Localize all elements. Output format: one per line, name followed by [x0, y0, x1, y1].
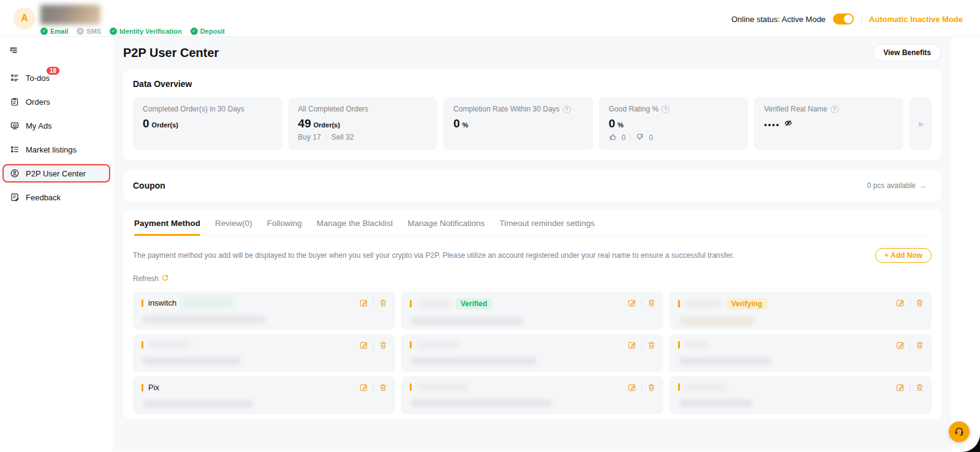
thumbs-down-icon: [636, 133, 644, 143]
coupon-available-link[interactable]: 0 pcs available →: [867, 181, 927, 190]
edit-icon[interactable]: [895, 341, 905, 350]
delete-icon[interactable]: [915, 341, 924, 350]
badge-email: ✓ Email: [40, 28, 68, 35]
add-now-label: Add Now: [891, 251, 922, 260]
divider: [910, 299, 910, 307]
stat-completed-30d-unit: Order(s): [152, 121, 178, 129]
automatic-inactive-mode-link[interactable]: Automatic Inactive Mode: [869, 15, 963, 24]
orders-icon: [10, 97, 20, 107]
stats-expand-button[interactable]: »: [910, 97, 932, 150]
headset-icon: [954, 426, 965, 439]
edit-icon[interactable]: [359, 298, 368, 307]
divider: [641, 384, 642, 391]
sidebar-item-market-listings-label: Market listings: [26, 145, 77, 154]
delete-icon[interactable]: [647, 298, 656, 307]
sidebar-collapse-icon[interactable]: [9, 45, 113, 58]
market-listings-icon: [10, 145, 20, 154]
support-chat-button[interactable]: [949, 421, 970, 442]
payment-method-card: Pix: [133, 376, 395, 414]
eye-off-icon[interactable]: [784, 117, 793, 130]
p2p-user-center-icon: [10, 168, 20, 178]
view-benefits-button[interactable]: View Benefits: [873, 44, 941, 61]
delete-icon[interactable]: [379, 298, 388, 307]
delete-icon[interactable]: [379, 341, 388, 350]
plus-icon: +: [884, 251, 889, 260]
refresh-link[interactable]: Refresh: [133, 274, 169, 284]
badge-deposit-label: Deposit: [200, 28, 225, 35]
svg-text:AD: AD: [12, 124, 17, 127]
stat-good-rating: Good Rating % ? 0 % 0 0: [599, 97, 748, 150]
online-status-toggle[interactable]: [833, 13, 854, 24]
verified-badge: Verified: [456, 298, 492, 309]
delete-icon[interactable]: [915, 383, 924, 392]
divider: [326, 134, 326, 141]
delete-icon[interactable]: [915, 298, 924, 307]
my-ads-icon: AD: [10, 121, 20, 130]
edit-icon[interactable]: [627, 383, 636, 392]
sidebar-item-p2p-user-center[interactable]: P2P User Center: [2, 164, 110, 183]
tab-payment-method[interactable]: Payment Method: [134, 219, 200, 235]
redacted-method-name: [685, 383, 726, 391]
delete-icon[interactable]: [647, 383, 656, 392]
tab-timeout-reminder[interactable]: Timeout reminder settings: [499, 219, 595, 235]
coupon-title: Coupon: [133, 181, 165, 190]
tab-following[interactable]: Following: [267, 219, 302, 235]
delete-icon[interactable]: [379, 383, 388, 392]
method-accent-bar: [141, 299, 143, 307]
sidebar-item-feedback[interactable]: Feedback: [2, 188, 110, 206]
stat-good-rating-value: 0: [609, 117, 616, 130]
badge-sms: × SMS: [77, 28, 101, 35]
add-now-button[interactable]: + Add Now: [875, 248, 932, 263]
sidebar-item-feedback-label: Feedback: [26, 193, 61, 202]
divider: [373, 384, 374, 391]
data-overview-panel: Data Overview Completed Order(s) in 30 D…: [123, 69, 941, 160]
method-name: Pix: [148, 383, 159, 392]
tab-review[interactable]: Review(0): [215, 219, 252, 235]
edit-icon[interactable]: [895, 383, 905, 392]
payment-method-card: [401, 376, 663, 414]
divider: [373, 342, 374, 349]
divider: [630, 134, 631, 141]
tab-manage-notifications[interactable]: Manage Notifications: [407, 219, 484, 235]
account-summary: A ✓ Email × SMS ✓ Identity Verification: [13, 0, 225, 35]
tab-manage-blacklist[interactable]: Manage the Blacklist: [317, 219, 393, 235]
edit-icon[interactable]: [627, 341, 636, 350]
redacted-account-line: [143, 400, 253, 408]
todos-count-badge: 18: [47, 67, 59, 75]
sidebar-item-todos[interactable]: To-dos 18: [2, 69, 110, 87]
edit-icon[interactable]: [627, 298, 636, 307]
edit-icon[interactable]: [359, 341, 368, 350]
help-icon[interactable]: ?: [831, 105, 839, 113]
stat-completion-rate-label: Completion Rate Within 30 Days: [453, 105, 559, 113]
stat-completed-30d-label: Completed Order(s) in 30 Days: [143, 105, 244, 113]
method-accent-bar: [141, 384, 143, 391]
refresh-icon: [161, 274, 169, 284]
check-circle-icon: ✓: [110, 28, 117, 35]
top-header: A ✓ Email × SMS ✓ Identity Verification: [0, 0, 980, 37]
redacted-method-name: [685, 299, 722, 308]
redacted-method-name: [685, 341, 709, 349]
avatar[interactable]: A: [13, 7, 36, 29]
help-icon[interactable]: ?: [563, 105, 571, 113]
payment-method-card: [133, 334, 395, 372]
delete-icon[interactable]: [647, 341, 656, 350]
stat-all-completed: All Completed Orders 49 Order(s) Buy 17 …: [288, 97, 438, 150]
edit-icon[interactable]: [359, 383, 368, 392]
right-gutter: [951, 37, 980, 451]
online-status-label: Online status: Active Mode: [731, 15, 826, 24]
user-center-tabs-panel: Payment Method Review(0) Following Manag…: [123, 209, 941, 419]
thumbs-down-count: 0: [649, 134, 653, 142]
edit-icon[interactable]: [895, 298, 905, 307]
badge-deposit: ✓ Deposit: [190, 28, 225, 35]
main-layout: To-dos 18 Orders AD My Ads: [0, 37, 980, 451]
help-icon[interactable]: ?: [662, 105, 669, 113]
sidebar-item-market-listings[interactable]: Market listings: [2, 140, 110, 159]
sidebar-item-my-ads[interactable]: AD My Ads: [2, 116, 110, 135]
arrow-right-icon: →: [919, 181, 927, 190]
divider: [373, 299, 374, 307]
online-status-controls: Online status: Active Mode Automatic Ina…: [731, 0, 963, 24]
redacted-account-line: [679, 317, 754, 325]
user-block: ✓ Email × SMS ✓ Identity Verification ✓ …: [40, 5, 225, 35]
redacted-method-name: [148, 341, 191, 349]
sidebar-item-orders[interactable]: Orders: [2, 92, 110, 111]
